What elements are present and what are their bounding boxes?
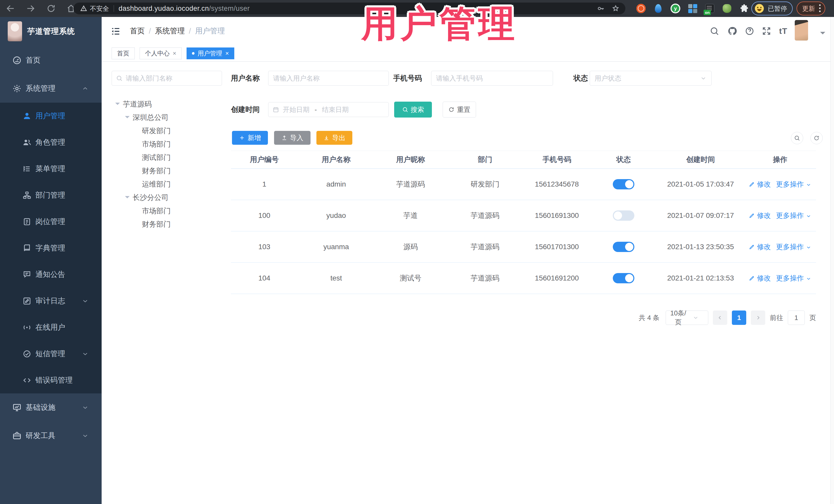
tab-close-icon[interactable]: × — [225, 50, 229, 57]
import-button[interactable]: 导入 — [274, 131, 310, 145]
address-bar[interactable]: 不安全 dashboard.yudao.iocoder.cn/system/us… — [73, 3, 626, 14]
app-logo-row[interactable]: 芋道管理系统 — [0, 17, 102, 46]
sidebar-item-部门管理[interactable]: 部门管理 — [0, 182, 102, 209]
more-actions-link[interactable]: 更多操作 — [776, 273, 811, 283]
status-toggle[interactable] — [613, 211, 634, 221]
sidebar-item-错误码管理[interactable]: 错误码管理 — [0, 367, 102, 393]
date-range-picker[interactable]: 开始日期 - 结束日期 — [268, 102, 389, 117]
bookmark-star-icon[interactable] — [612, 4, 620, 13]
sidebar-item-基础设施[interactable]: 基础设施 — [0, 393, 102, 422]
more-actions-link[interactable]: 更多操作 — [776, 242, 811, 251]
sidebar-item-研发工具[interactable]: 研发工具 — [0, 422, 102, 450]
browser-profile-chip[interactable]: 已暂停 — [751, 2, 793, 15]
page-url[interactable]: dashboard.yudao.iocoder.cn/system/user — [118, 5, 250, 13]
fullscreen-icon[interactable] — [762, 26, 771, 36]
extensions-puzzle-icon[interactable] — [739, 4, 749, 13]
ubuntu-extension-icon[interactable] — [636, 3, 646, 14]
browser-update-button[interactable]: 更新 — [796, 2, 825, 15]
breadcrumb-home[interactable]: 首页 — [130, 26, 145, 36]
status-toggle[interactable] — [613, 242, 634, 252]
tree-node-市场部门[interactable]: 市场部门 — [112, 137, 222, 151]
sidebar-item-审计日志[interactable]: 审计日志 — [0, 288, 102, 314]
sidebar-item-首页[interactable]: 首页 — [0, 46, 102, 74]
github-icon[interactable] — [727, 26, 737, 36]
reset-button[interactable]: 重置 — [443, 102, 476, 117]
sidebar-item-系统管理[interactable]: 系统管理 — [0, 74, 102, 103]
next-page-button[interactable] — [751, 310, 765, 325]
add-button[interactable]: 新增 — [232, 131, 268, 145]
tree-node-测试部门[interactable]: 测试部门 — [112, 151, 222, 164]
status-toggle[interactable] — [613, 179, 634, 190]
mobile-input[interactable] — [436, 74, 548, 82]
status-select[interactable]: 用户状态 — [590, 71, 711, 86]
sidebar-item-用户管理[interactable]: 用户管理 — [0, 103, 102, 129]
tree-node-市场部门[interactable]: 市场部门 — [112, 204, 222, 218]
department-search-input[interactable] — [126, 74, 218, 82]
more-actions-link[interactable]: 更多操作 — [776, 211, 811, 220]
show-search-toggle-button[interactable] — [791, 132, 803, 144]
browser-menu-kebab-icon[interactable] — [819, 4, 821, 13]
green-animal-extension-icon[interactable] — [722, 3, 732, 14]
export-button[interactable]: 导出 — [316, 131, 352, 145]
tab-profile[interactable]: 个人中心 × — [139, 47, 182, 59]
sidebar-item-角色管理[interactable]: 角色管理 — [0, 129, 102, 155]
sidebar-item-通知公告[interactable]: 通知公告 — [0, 261, 102, 288]
tab-user-management[interactable]: 用户管理 × — [186, 47, 234, 59]
sidebar-item-label: 审计日志 — [36, 296, 65, 306]
window-scrollbar[interactable] — [830, 17, 834, 504]
tree-node-财务部门[interactable]: 财务部门 — [112, 218, 222, 231]
tree-node-研发部门[interactable]: 研发部门 — [112, 124, 222, 137]
search-button[interactable]: 搜索 — [394, 102, 432, 117]
tree-expand-caret-icon[interactable] — [125, 196, 130, 201]
sidebar-item-短信管理[interactable]: 短信管理 — [0, 341, 102, 367]
blue-gem-extension-icon[interactable] — [653, 3, 663, 14]
status-toggle[interactable] — [613, 273, 634, 283]
browser-back-icon[interactable] — [6, 4, 15, 13]
sidebar-item-菜单管理[interactable]: 菜单管理 — [0, 155, 102, 182]
edit-link[interactable]: 修改 — [749, 211, 771, 220]
green-y-extension-icon[interactable]: y — [670, 3, 681, 14]
browser-reload-icon[interactable] — [46, 4, 56, 13]
tree-expand-caret-icon[interactable] — [115, 103, 120, 107]
help-icon[interactable] — [745, 26, 754, 36]
tab-close-icon[interactable]: × — [173, 50, 176, 57]
cell-用户昵称: 源码 — [375, 242, 446, 252]
grid-extension-icon[interactable] — [687, 3, 698, 14]
security-label[interactable]: 不安全 — [90, 4, 109, 13]
browser-forward-icon[interactable] — [26, 4, 36, 13]
edit-link[interactable]: 修改 — [749, 273, 771, 283]
edit-link[interactable]: 修改 — [749, 242, 771, 251]
adblock-on-extension-icon[interactable]: on — [705, 3, 715, 14]
user-avatar[interactable] — [795, 20, 808, 41]
header-search-icon[interactable] — [709, 26, 719, 36]
page-unit-label: 页 — [809, 313, 816, 322]
tree-expand-caret-icon[interactable] — [125, 116, 130, 120]
font-size-icon[interactable]: tT — [779, 26, 789, 36]
sidebar-fold-icon[interactable] — [110, 26, 120, 37]
tree-node-财务部门[interactable]: 财务部门 — [112, 164, 222, 178]
refresh-table-button[interactable] — [810, 132, 823, 144]
prev-page-button[interactable] — [713, 310, 727, 325]
edit-link[interactable]: 修改 — [749, 180, 771, 189]
dict-icon — [23, 244, 31, 253]
page-size-select[interactable]: 10条/页 — [666, 310, 708, 325]
tree-node-芋道源码[interactable]: 芋道源码 — [112, 97, 222, 111]
cell-用户编号: 104 — [231, 274, 298, 282]
sidebar-item-字典管理[interactable]: 字典管理 — [0, 235, 102, 261]
breadcrumb-system[interactable]: 系统管理 — [155, 26, 185, 36]
password-key-icon[interactable] — [597, 4, 605, 13]
tab-home[interactable]: 首页 — [112, 47, 135, 59]
tree-node-深圳总公司[interactable]: 深圳总公司 — [112, 111, 222, 124]
cell-操作: 修改更多操作 — [744, 242, 816, 251]
current-page-button[interactable]: 1 — [732, 310, 746, 325]
tree-node-长沙分公司[interactable]: 长沙分公司 — [112, 191, 222, 204]
sidebar-item-label: 部门管理 — [36, 190, 65, 200]
goto-page-input[interactable] — [788, 310, 805, 325]
username-input[interactable] — [273, 74, 384, 82]
more-actions-link[interactable]: 更多操作 — [776, 180, 811, 189]
search-icon — [116, 75, 123, 82]
avatar-caret-down-icon[interactable] — [820, 32, 825, 37]
sidebar-item-岗位管理[interactable]: 岗位管理 — [0, 209, 102, 235]
sidebar-item-在线用户[interactable]: 在线用户 — [0, 314, 102, 341]
tree-node-运维部门[interactable]: 运维部门 — [112, 178, 222, 191]
